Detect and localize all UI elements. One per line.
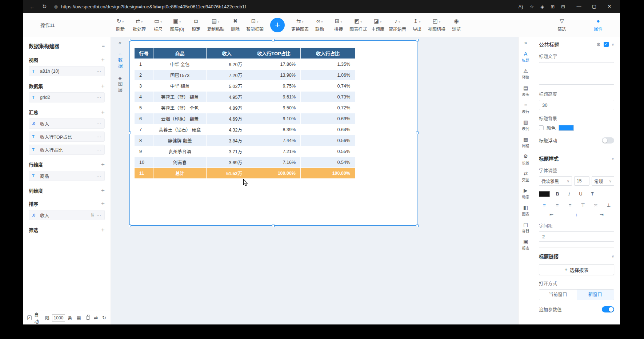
reload-icon[interactable]: ↻ — [39, 3, 51, 10]
add-icon[interactable]: + — [101, 162, 105, 167]
align-center-button[interactable]: ≡ — [552, 201, 563, 209]
field-item[interactable]: T grid2 ⋯ — [29, 92, 105, 102]
change-chart-button[interactable]: ⇆∨ 更换图表 — [290, 18, 310, 32]
tab-data[interactable]: ∴ 数据 — [117, 52, 124, 69]
title-height-input[interactable] — [539, 100, 614, 110]
open-current-window[interactable]: 当前窗口 — [539, 290, 577, 300]
table-row[interactable]: 1 中华 全包 9.20万 17.86% 1.35% — [135, 59, 355, 70]
add-icon[interactable]: + — [101, 227, 105, 233]
more-icon[interactable]: ⋯ — [96, 134, 101, 140]
add-icon[interactable]: + — [101, 110, 105, 115]
rail-interaction[interactable]: ⇄ 交互 — [519, 168, 533, 185]
table-widget[interactable]: 行号 商品 收入 收入行TOP占比 收入行占比 1 中华 全包 9.20万 17… — [129, 40, 417, 226]
rail-alert[interactable]: ⚠ 预警 — [519, 65, 533, 82]
resize-handle[interactable] — [272, 225, 275, 227]
address-bar[interactable]: ◎ https://ow.speedbi.cn/design?fdesign=t… — [54, 4, 512, 9]
trash-icon[interactable] — [87, 316, 89, 320]
add-icon[interactable]: + — [101, 57, 105, 62]
more-icon[interactable]: ⋯ — [96, 173, 101, 179]
align-right-button[interactable]: ≡ — [565, 201, 576, 209]
smart-voice-button[interactable]: ♪∨ 智能语音 — [387, 18, 408, 32]
align-bottom-button[interactable]: ⊥ — [603, 201, 614, 209]
resize-handle[interactable] — [272, 39, 275, 41]
design-canvas[interactable]: 行号 商品 收入 收入行TOP占比 收入行占比 1 中华 全包 9.20万 17… — [129, 37, 518, 324]
field-item[interactable]: T 收入行占比 ⋯ — [29, 145, 105, 155]
properties-button[interactable]: ● 属性 — [589, 18, 608, 32]
field-item[interactable]: T 商品 ⋯ — [29, 171, 105, 181]
select-report-button[interactable]: + 选择报表 — [539, 264, 614, 275]
rail-table-header[interactable]: ▤ 表头 — [519, 82, 533, 100]
table-row[interactable]: 2 国窖1573 7.20万 13.98% 1.06% — [135, 70, 355, 81]
limit-input[interactable] — [52, 314, 65, 322]
gear-icon[interactable]: ⚙ — [596, 42, 601, 47]
back-icon[interactable]: ← — [26, 4, 39, 10]
rail-table-row[interactable]: ≡ 表行 — [519, 100, 533, 117]
filter-button[interactable]: ▽ 筛选 — [552, 18, 571, 32]
refresh-icon[interactable]: ↻ — [102, 315, 106, 320]
bg-color-swatch[interactable] — [559, 125, 574, 131]
bold-button[interactable]: B — [553, 190, 561, 198]
resize-handle[interactable] — [416, 132, 419, 134]
strike-button[interactable]: T — [588, 190, 596, 198]
underline-button[interactable]: U — [577, 190, 585, 198]
font-weight-select[interactable]: 常规∨ — [592, 176, 614, 186]
browse-button[interactable]: ◉ 浏览 — [447, 18, 466, 32]
letter-spacing-input[interactable] — [539, 231, 614, 242]
table-row[interactable]: 5 芙蓉王（蓝） 全包 4.89万 9.50% 0.72% — [135, 102, 355, 113]
table-row[interactable]: 10 剑南春 3.69万 7.16% 0.54% — [135, 157, 355, 168]
rail-title[interactable]: A 标题 — [519, 48, 533, 65]
indent-start-button[interactable]: ⇤ — [539, 212, 564, 217]
linkage-button[interactable]: ∞∨ 联动 — [310, 18, 329, 32]
table-row[interactable]: 8 醇健牌 翻盖 3.84万 7.44% 0.56% — [135, 135, 355, 146]
more-icon[interactable]: ⋯ — [96, 213, 101, 218]
maximize-button[interactable]: ▢ — [587, 0, 602, 13]
shuffle-icon[interactable]: ⇄ — [94, 315, 98, 320]
chevron-down-icon[interactable]: ∨ — [612, 254, 614, 258]
more-icon[interactable]: ⋯ — [96, 95, 101, 100]
field-item[interactable]: .0 收入 ⇅ ⋯ — [29, 210, 105, 220]
add-icon[interactable]: + — [101, 84, 105, 89]
bg-color-checkbox[interactable] — [539, 125, 544, 130]
export-button[interactable]: ↥∨ 导出 — [408, 18, 427, 32]
indent-end-button[interactable]: ⇥ — [589, 212, 614, 217]
align-left-button[interactable]: ≡ — [539, 201, 550, 209]
align-top-button[interactable]: ⊤ — [577, 201, 588, 209]
resize-handle[interactable] — [129, 39, 131, 41]
font-family-select[interactable]: 微软雅黑∨ — [539, 176, 572, 186]
ruler-button[interactable]: ▭∨ 标尺 — [149, 18, 168, 32]
more-icon[interactable]: ⋯ — [96, 121, 101, 126]
section-checkbox[interactable]: ✓ — [604, 42, 609, 47]
font-size-input[interactable]: 15 — [574, 176, 589, 186]
refresh-button[interactable]: ↻∨ 刷新 — [111, 18, 130, 32]
more-icon[interactable]: ⋯ — [96, 147, 101, 153]
resize-handle[interactable] — [129, 132, 131, 134]
table-row[interactable]: 9 贵州茅台酒 3.71万 7.21% 0.55% — [135, 146, 355, 157]
layers-button[interactable]: ▣∨ 图层(0) — [168, 18, 187, 32]
read-aloud-icon[interactable]: A) — [515, 4, 527, 9]
extensions-icon[interactable]: ⊞ — [547, 4, 558, 9]
align-middle-button[interactable]: ≍ — [590, 201, 601, 209]
delete-button[interactable]: ✖ 删除 — [226, 18, 245, 32]
add-favorite-icon[interactable]: ☆ — [527, 4, 537, 9]
collections-icon[interactable]: ⊟ — [558, 4, 568, 9]
chevron-down-icon[interactable]: ∨ — [612, 43, 614, 47]
open-new-window[interactable]: 新窗口 — [577, 290, 614, 300]
chart-style-button[interactable]: ◩∨ 图表样式 — [348, 18, 368, 32]
tab-layers[interactable]: ◈ 图层 — [117, 76, 124, 93]
field-list-icon[interactable]: ≡ — [102, 43, 105, 49]
more-icon[interactable]: ⋯ — [96, 69, 101, 74]
minimize-button[interactable]: — — [571, 0, 587, 13]
theme-library-button[interactable]: ◪∨ 主题库 — [368, 18, 387, 32]
title-text-input[interactable] — [539, 62, 614, 85]
view-switch-button[interactable]: ◰∨ 视图切换 — [427, 18, 447, 32]
italic-button[interactable]: I — [565, 190, 573, 198]
rail-container[interactable]: ▢ 容器 — [519, 219, 533, 236]
resize-handle[interactable] — [416, 225, 419, 227]
resize-handle[interactable] — [129, 225, 131, 227]
batch-button[interactable]: ⇄∨ 批处理 — [130, 18, 149, 32]
rail-chart[interactable]: ◧ 图表 — [519, 202, 533, 219]
rail-table-col[interactable]: ▥ 表列 — [519, 117, 533, 134]
append-param-toggle[interactable] — [602, 306, 614, 312]
add-chart-button[interactable]: + — [270, 18, 285, 32]
add-icon[interactable]: + — [101, 188, 105, 193]
